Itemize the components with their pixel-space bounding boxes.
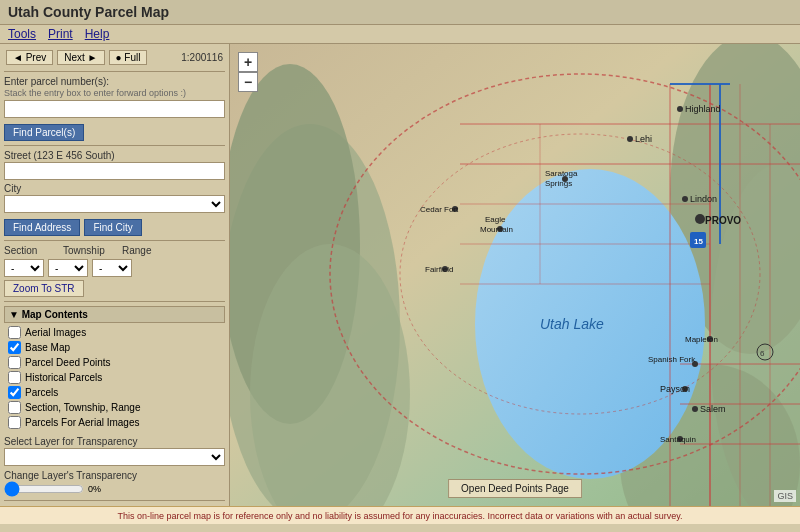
zoom-to-str-button[interactable]: Zoom To STR — [4, 280, 84, 297]
svg-text:Saratoga: Saratoga — [545, 169, 578, 178]
parcel-input[interactable] — [4, 100, 225, 118]
svg-text:Cedar Fort: Cedar Fort — [420, 205, 459, 214]
divider-1 — [4, 71, 225, 72]
layer-transparency-select[interactable] — [4, 448, 225, 466]
layer-historical-label: Historical Parcels — [25, 372, 102, 383]
layer-str-check[interactable] — [8, 401, 21, 414]
find-parcels-button[interactable]: Find Parcel(s) — [4, 124, 84, 141]
svg-point-28 — [677, 106, 683, 112]
svg-point-42 — [682, 196, 688, 202]
zoom-out-button[interactable]: − — [238, 72, 258, 92]
svg-text:Utah Lake: Utah Lake — [540, 316, 604, 332]
svg-text:Mountain: Mountain — [480, 225, 513, 234]
menu-help[interactable]: Help — [85, 27, 110, 41]
city-select[interactable] — [4, 195, 225, 213]
scale-label: 1:200116 — [181, 52, 223, 63]
next-button[interactable]: Next ► — [57, 50, 104, 65]
layer-aerial-label: Aerial Images — [25, 327, 86, 338]
layer-historical-check[interactable] — [8, 371, 21, 384]
footer-text: This on-line parcel map is for reference… — [117, 511, 682, 521]
parcel-label: Enter parcel number(s): — [4, 76, 225, 87]
sidebar: ◄ Prev Next ► ● Full 1:200116 Enter parc… — [0, 44, 230, 506]
select-layer-label: Select Layer for Transparency — [4, 436, 225, 447]
slider-container: 0% — [4, 482, 225, 496]
title-bar: Utah County Parcel Map — [0, 0, 800, 25]
map-contents-header[interactable]: ▼ Map Contents — [4, 306, 225, 323]
layer-str-label: Section, Township, Range — [25, 402, 140, 413]
transparency-slider[interactable] — [4, 482, 84, 496]
str-section: Section Township Range - - - Zoom To STR — [4, 245, 225, 297]
svg-text:Lindon: Lindon — [690, 194, 717, 204]
transparency-row: Change Layer's Transparency 0% — [4, 470, 225, 496]
svg-text:Highland: Highland — [685, 104, 721, 114]
section-select[interactable]: - — [4, 259, 44, 277]
layer-parcels-check[interactable] — [8, 386, 21, 399]
city-label: City — [4, 183, 225, 194]
select-layer-row: Select Layer for Transparency — [4, 436, 225, 466]
layer-list: Aerial Images Base Map Parcel Deed Point… — [4, 323, 225, 432]
parcel-section: Enter parcel number(s): Stack the entry … — [4, 76, 225, 141]
divider-5 — [4, 500, 225, 501]
svg-text:PROVO: PROVO — [705, 215, 741, 226]
footer-bar: This on-line parcel map is for reference… — [0, 506, 800, 524]
section-label: Section — [4, 245, 59, 256]
transparency-value: 0% — [88, 484, 101, 494]
layer-deed-label: Parcel Deed Points — [25, 357, 111, 368]
zoom-in-button[interactable]: + — [238, 52, 258, 72]
layer-aerial-check[interactable] — [8, 326, 21, 339]
layer-parcels-aerial-check[interactable] — [8, 416, 21, 429]
transparency-label: Change Layer's Transparency — [4, 470, 225, 481]
menu-print[interactable]: Print — [48, 27, 73, 41]
range-label: Range — [122, 245, 177, 256]
divider-4 — [4, 301, 225, 302]
map-contents-section: ▼ Map Contents Aerial Images Base Map Pa… — [4, 306, 225, 496]
township-label: Township — [63, 245, 118, 256]
divider-2 — [4, 145, 225, 146]
layer-parcels-label: Parcels — [25, 387, 58, 398]
map-svg: Utah Lake 15 — [230, 44, 800, 506]
street-label: Street (123 E 456 South) — [4, 150, 225, 161]
layer-basemap-label: Base Map — [25, 342, 70, 353]
open-deed-points-button[interactable]: Open Deed Points Page — [448, 479, 582, 498]
svg-text:Mapleton: Mapleton — [685, 335, 718, 344]
svg-text:Spanish Fork: Spanish Fork — [648, 355, 696, 364]
parcel-hint: Stack the entry box to enter forward opt… — [4, 88, 225, 98]
divider-3 — [4, 240, 225, 241]
svg-text:Springs: Springs — [545, 179, 572, 188]
svg-text:Santaquin: Santaquin — [660, 435, 696, 444]
svg-text:Payson: Payson — [660, 384, 690, 394]
svg-point-30 — [627, 136, 633, 142]
svg-point-48 — [692, 406, 698, 412]
layer-aerial: Aerial Images — [8, 325, 221, 340]
zoom-controls: + − — [238, 52, 258, 92]
layer-historical: Historical Parcels — [8, 370, 221, 385]
svg-text:Lehi: Lehi — [635, 134, 652, 144]
layer-parcels-aerial: Parcels For Aerial Images — [8, 415, 221, 430]
layer-basemap: Base Map — [8, 340, 221, 355]
layer-deed-points: Parcel Deed Points — [8, 355, 221, 370]
layer-str: Section, Township, Range — [8, 400, 221, 415]
layer-parcels-aerial-label: Parcels For Aerial Images — [25, 417, 140, 428]
layer-basemap-check[interactable] — [8, 341, 21, 354]
menu-tools[interactable]: Tools — [8, 27, 36, 41]
svg-text:15: 15 — [694, 237, 703, 246]
street-input[interactable] — [4, 162, 225, 180]
map-contents-title: ▼ Map Contents — [9, 309, 88, 320]
township-select[interactable]: - — [48, 259, 88, 277]
menu-bar: Tools Print Help — [0, 25, 800, 44]
find-city-button[interactable]: Find City — [84, 219, 141, 236]
find-address-button[interactable]: Find Address — [4, 219, 80, 236]
main-container: ◄ Prev Next ► ● Full 1:200116 Enter parc… — [0, 44, 800, 506]
svg-text:6: 6 — [760, 349, 765, 358]
prev-button[interactable]: ◄ Prev — [6, 50, 53, 65]
map-area: Utah Lake 15 — [230, 44, 800, 506]
layer-deed-check[interactable] — [8, 356, 21, 369]
full-button[interactable]: ● Full — [109, 50, 148, 65]
svg-point-44 — [695, 214, 705, 224]
svg-text:Salem: Salem — [700, 404, 726, 414]
range-select[interactable]: - — [92, 259, 132, 277]
nav-toolbar: ◄ Prev Next ► ● Full 1:200116 — [4, 48, 225, 67]
gis-label: GIS — [774, 490, 796, 502]
svg-text:Eagle: Eagle — [485, 215, 506, 224]
layer-parcels: Parcels — [8, 385, 221, 400]
